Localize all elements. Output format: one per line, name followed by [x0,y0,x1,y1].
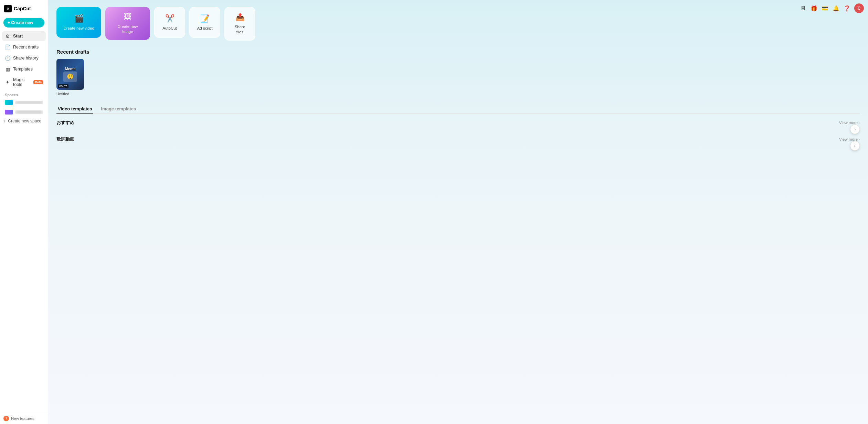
sidebar: ✕ CapCut + Create new ⊙ Start 📄 Recent d… [0,0,48,424]
osusume-view-more[interactable]: View more › [839,121,860,125]
capcut-logo-text: CapCut [14,6,31,11]
share-files-icon: 📤 [235,13,245,22]
question-badge-icon: ? [3,416,9,421]
create-video-label: Create new video [63,26,94,31]
share-history-icon: 🕐 [5,55,10,61]
space-label-1 [15,101,43,104]
share-files-label: Share files [232,24,248,35]
beta-badge: Beta [33,80,43,84]
create-new-video-card[interactable]: 🎬 Create new video [56,7,101,38]
kashiidouga-scroll-right[interactable]: › [850,141,860,151]
sidebar-item-share-history[interactable]: 🕐 Share history [2,53,46,63]
space-item-1[interactable] [3,98,45,107]
create-image-icon: 🖼 [124,12,131,21]
kashiidouga-section-header: 歌詞動画 View more › [56,136,860,142]
share-files-card[interactable]: 📤 Share files [224,7,255,41]
autocut-label: AutoCut [162,26,177,31]
kashiidouga-title: 歌詞動画 [56,136,74,142]
avatar[interactable]: C [854,3,864,13]
sidebar-item-start-label: Start [13,34,23,39]
space-dot-2 [5,110,13,115]
sidebar-nav: ⊙ Start 📄 Recent drafts 🕐 Share history … [0,31,48,89]
wallet-icon[interactable]: 💳 [821,4,829,12]
recent-drafts-title: Recent drafts [56,49,860,55]
header-icons: 🖥 🎁 💳 🔔 ❓ C [799,3,864,13]
sidebar-item-magic-tools[interactable]: ✦ Magic tools Beta [2,75,46,89]
sidebar-item-start[interactable]: ⊙ Start [2,31,46,41]
recent-drafts-icon: 📄 [5,44,10,50]
sidebar-item-templates-label: Templates [13,67,33,72]
templates-icon: ▦ [5,66,10,72]
draft-thumb-1: Meme 😲 00:07 [56,59,84,90]
space-label-2 [15,110,43,114]
create-new-space-item[interactable]: + Create new space [0,116,48,126]
bell-icon[interactable]: 🔔 [832,4,840,12]
ad-script-label: Ad script [197,26,213,31]
create-space-label: Create new space [8,119,41,123]
spaces-section-label: Spaces [0,89,48,98]
osusume-title: おすすめ [56,120,74,126]
kashiidouga-view-more[interactable]: View more › [839,137,860,141]
template-section-kashiidouga: 歌詞動画 View more › › [56,136,860,146]
osusume-section-header: おすすめ View more › [56,120,860,126]
osusume-scroll-right[interactable]: › [850,124,860,134]
draft-name-1: Untitled [56,92,84,96]
create-new-image-card[interactable]: 🖼 Create new image [105,7,150,40]
autocut-card[interactable]: ✂️ AutoCut [154,7,185,38]
create-new-button[interactable]: + Create new [3,18,44,28]
draft-card-1[interactable]: Meme 😲 00:07 Untitled [56,59,84,96]
sidebar-logo: ✕ CapCut [0,0,48,16]
ad-script-icon: 📝 [200,14,210,23]
capcut-logo-icon: ✕ [4,5,12,12]
sidebar-item-share-history-label: Share history [13,56,39,61]
template-section-osusume: おすすめ View more › › [56,120,860,129]
spaces-list [0,98,48,116]
sidebar-item-recent-drafts[interactable]: 📄 Recent drafts [2,42,46,52]
sidebar-item-recent-drafts-label: Recent drafts [13,45,39,50]
create-video-icon: 🎬 [74,14,84,23]
magic-tools-icon: ✦ [5,79,10,85]
tab-image-templates[interactable]: Image templates [99,104,137,114]
tab-video-templates[interactable]: Video templates [56,104,93,114]
new-features-label: New features [11,416,34,421]
new-features-bar[interactable]: ? New features [0,413,48,424]
start-icon: ⊙ [5,33,10,39]
space-dot-1 [5,100,13,105]
drafts-row: Meme 😲 00:07 Untitled [56,59,860,96]
create-image-label: Create new image [112,24,143,34]
autocut-icon: ✂️ [165,14,174,23]
help-icon[interactable]: ❓ [843,4,851,12]
sidebar-item-templates[interactable]: ▦ Templates [2,64,46,74]
create-space-plus-icon: + [3,118,6,124]
quick-actions-row: 🎬 Create new video 🖼 Create new image ✂️… [56,7,860,41]
ad-script-card[interactable]: 📝 Ad script [189,7,220,38]
main-content: 🎬 Create new video 🖼 Create new image ✂️… [48,0,868,424]
recent-drafts-section: Recent drafts Meme 😲 00:07 Untitled [56,49,860,96]
monitor-icon[interactable]: 🖥 [799,4,807,12]
sidebar-item-magic-tools-label: Magic tools [13,77,31,87]
template-tabs: Video templates Image templates [56,104,860,114]
draft-duration-1: 00:07 [58,84,68,88]
gift-icon[interactable]: 🎁 [810,4,818,12]
space-item-2[interactable] [3,108,45,116]
